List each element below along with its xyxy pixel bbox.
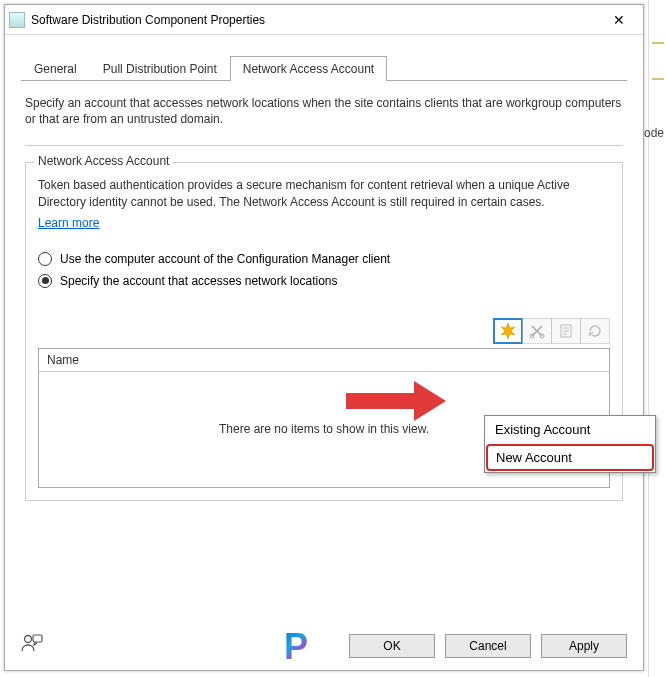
scissors-icon bbox=[529, 323, 545, 339]
group-description: Token based authentication provides a se… bbox=[38, 177, 610, 209]
ok-button[interactable]: OK bbox=[349, 634, 435, 658]
close-button[interactable]: ✕ bbox=[599, 6, 639, 34]
svg-marker-0 bbox=[501, 323, 515, 339]
radio-label: Use the computer account of the Configur… bbox=[60, 252, 390, 266]
refresh-icon bbox=[587, 323, 603, 339]
svg-point-4 bbox=[25, 636, 32, 643]
learn-more-link[interactable]: Learn more bbox=[38, 216, 99, 230]
svg-rect-5 bbox=[33, 635, 42, 642]
new-account-dropdown: Existing Account New Account bbox=[484, 415, 656, 473]
client-area: General Pull Distribution Point Network … bbox=[5, 35, 643, 565]
radio-use-computer-account[interactable]: Use the computer account of the Configur… bbox=[38, 252, 610, 266]
background-window-strip: ode bbox=[648, 0, 666, 677]
properties-icon bbox=[558, 323, 574, 339]
radio-icon bbox=[38, 252, 52, 266]
titlebar[interactable]: Software Distribution Component Properti… bbox=[5, 5, 643, 35]
bg-tab-sliver bbox=[652, 42, 664, 44]
properties-button[interactable] bbox=[551, 318, 581, 344]
separator bbox=[25, 145, 623, 146]
tab-network-access-account[interactable]: Network Access Account bbox=[230, 56, 387, 81]
refresh-button[interactable] bbox=[580, 318, 610, 344]
new-starburst-icon bbox=[500, 323, 516, 339]
tab-pull-distribution-point[interactable]: Pull Distribution Point bbox=[90, 56, 230, 81]
app-icon bbox=[9, 12, 25, 28]
delete-account-button[interactable] bbox=[522, 318, 552, 344]
dialog-buttons: OK Cancel Apply bbox=[349, 634, 627, 658]
apply-button[interactable]: Apply bbox=[541, 634, 627, 658]
account-toolbar bbox=[38, 318, 610, 344]
dialog-window: Software Distribution Component Properti… bbox=[4, 4, 644, 671]
intro-text: Specify an account that accesses network… bbox=[25, 95, 623, 127]
tab-strip: General Pull Distribution Point Network … bbox=[21, 55, 627, 81]
user-comment-icon[interactable] bbox=[21, 633, 43, 656]
menu-item-existing-account[interactable]: Existing Account bbox=[485, 416, 655, 443]
radio-specify-account[interactable]: Specify the account that accesses networ… bbox=[38, 274, 610, 288]
radio-label: Specify the account that accesses networ… bbox=[60, 274, 337, 288]
menu-item-new-account[interactable]: New Account bbox=[486, 444, 654, 471]
column-header-name[interactable]: Name bbox=[39, 349, 609, 372]
new-account-button[interactable] bbox=[493, 318, 523, 344]
group-legend: Network Access Account bbox=[34, 154, 173, 168]
window-title: Software Distribution Component Properti… bbox=[31, 13, 599, 27]
bg-tab-sliver bbox=[652, 78, 664, 80]
radio-icon bbox=[38, 274, 52, 288]
tab-general[interactable]: General bbox=[21, 56, 90, 81]
bg-partial-text: ode bbox=[642, 124, 666, 142]
cancel-button[interactable]: Cancel bbox=[445, 634, 531, 658]
